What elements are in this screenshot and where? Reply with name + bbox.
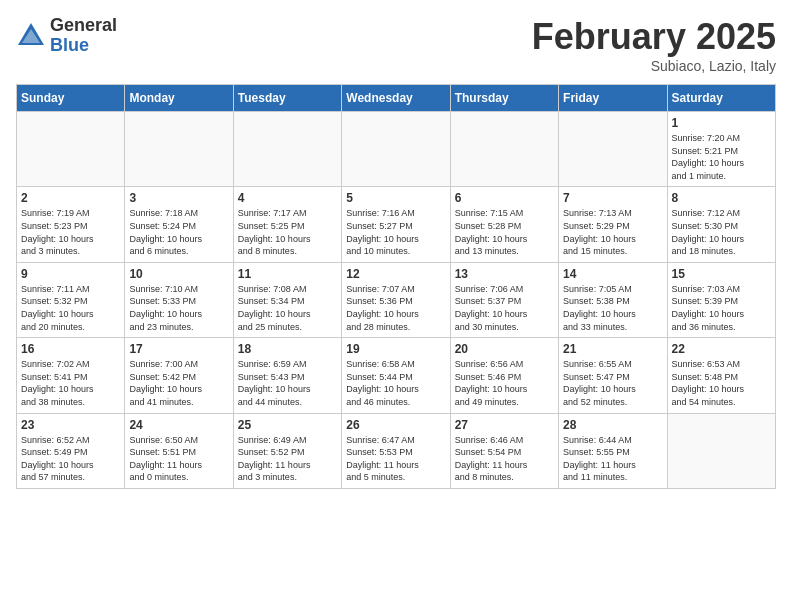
logo: General Blue <box>16 16 117 56</box>
day-info: Sunrise: 6:55 AM Sunset: 5:47 PM Dayligh… <box>563 358 662 408</box>
day-number: 22 <box>672 342 771 356</box>
day-info: Sunrise: 7:05 AM Sunset: 5:38 PM Dayligh… <box>563 283 662 333</box>
calendar-cell: 24Sunrise: 6:50 AM Sunset: 5:51 PM Dayli… <box>125 413 233 488</box>
day-info: Sunrise: 7:18 AM Sunset: 5:24 PM Dayligh… <box>129 207 228 257</box>
calendar-cell: 13Sunrise: 7:06 AM Sunset: 5:37 PM Dayli… <box>450 262 558 337</box>
day-info: Sunrise: 6:46 AM Sunset: 5:54 PM Dayligh… <box>455 434 554 484</box>
calendar-cell: 1Sunrise: 7:20 AM Sunset: 5:21 PM Daylig… <box>667 112 775 187</box>
calendar-week-5: 23Sunrise: 6:52 AM Sunset: 5:49 PM Dayli… <box>17 413 776 488</box>
month-title: February 2025 <box>532 16 776 58</box>
calendar-cell: 17Sunrise: 7:00 AM Sunset: 5:42 PM Dayli… <box>125 338 233 413</box>
day-number: 5 <box>346 191 445 205</box>
location: Subiaco, Lazio, Italy <box>532 58 776 74</box>
day-info: Sunrise: 6:58 AM Sunset: 5:44 PM Dayligh… <box>346 358 445 408</box>
day-number: 28 <box>563 418 662 432</box>
day-number: 27 <box>455 418 554 432</box>
page-header: General Blue February 2025 Subiaco, Lazi… <box>16 16 776 74</box>
day-number: 6 <box>455 191 554 205</box>
day-info: Sunrise: 6:56 AM Sunset: 5:46 PM Dayligh… <box>455 358 554 408</box>
day-info: Sunrise: 7:15 AM Sunset: 5:28 PM Dayligh… <box>455 207 554 257</box>
day-info: Sunrise: 7:17 AM Sunset: 5:25 PM Dayligh… <box>238 207 337 257</box>
calendar-cell: 9Sunrise: 7:11 AM Sunset: 5:32 PM Daylig… <box>17 262 125 337</box>
day-info: Sunrise: 6:47 AM Sunset: 5:53 PM Dayligh… <box>346 434 445 484</box>
calendar-cell: 22Sunrise: 6:53 AM Sunset: 5:48 PM Dayli… <box>667 338 775 413</box>
day-info: Sunrise: 7:10 AM Sunset: 5:33 PM Dayligh… <box>129 283 228 333</box>
day-info: Sunrise: 7:02 AM Sunset: 5:41 PM Dayligh… <box>21 358 120 408</box>
day-number: 20 <box>455 342 554 356</box>
calendar-cell: 25Sunrise: 6:49 AM Sunset: 5:52 PM Dayli… <box>233 413 341 488</box>
day-number: 16 <box>21 342 120 356</box>
calendar-cell <box>233 112 341 187</box>
calendar-table: SundayMondayTuesdayWednesdayThursdayFrid… <box>16 84 776 489</box>
calendar-cell <box>667 413 775 488</box>
day-number: 1 <box>672 116 771 130</box>
calendar-cell: 6Sunrise: 7:15 AM Sunset: 5:28 PM Daylig… <box>450 187 558 262</box>
day-info: Sunrise: 7:00 AM Sunset: 5:42 PM Dayligh… <box>129 358 228 408</box>
day-info: Sunrise: 7:07 AM Sunset: 5:36 PM Dayligh… <box>346 283 445 333</box>
day-number: 25 <box>238 418 337 432</box>
day-info: Sunrise: 6:50 AM Sunset: 5:51 PM Dayligh… <box>129 434 228 484</box>
calendar-cell: 28Sunrise: 6:44 AM Sunset: 5:55 PM Dayli… <box>559 413 667 488</box>
day-number: 14 <box>563 267 662 281</box>
weekday-header-sunday: Sunday <box>17 85 125 112</box>
day-info: Sunrise: 7:13 AM Sunset: 5:29 PM Dayligh… <box>563 207 662 257</box>
logo-icon <box>16 21 46 51</box>
calendar-cell: 16Sunrise: 7:02 AM Sunset: 5:41 PM Dayli… <box>17 338 125 413</box>
day-info: Sunrise: 7:11 AM Sunset: 5:32 PM Dayligh… <box>21 283 120 333</box>
day-info: Sunrise: 6:49 AM Sunset: 5:52 PM Dayligh… <box>238 434 337 484</box>
day-number: 10 <box>129 267 228 281</box>
calendar-cell <box>450 112 558 187</box>
calendar-cell: 21Sunrise: 6:55 AM Sunset: 5:47 PM Dayli… <box>559 338 667 413</box>
title-block: February 2025 Subiaco, Lazio, Italy <box>532 16 776 74</box>
calendar-cell: 5Sunrise: 7:16 AM Sunset: 5:27 PM Daylig… <box>342 187 450 262</box>
day-info: Sunrise: 7:19 AM Sunset: 5:23 PM Dayligh… <box>21 207 120 257</box>
calendar-cell: 23Sunrise: 6:52 AM Sunset: 5:49 PM Dayli… <box>17 413 125 488</box>
day-info: Sunrise: 7:16 AM Sunset: 5:27 PM Dayligh… <box>346 207 445 257</box>
day-number: 7 <box>563 191 662 205</box>
calendar-week-2: 2Sunrise: 7:19 AM Sunset: 5:23 PM Daylig… <box>17 187 776 262</box>
day-number: 24 <box>129 418 228 432</box>
calendar-cell: 8Sunrise: 7:12 AM Sunset: 5:30 PM Daylig… <box>667 187 775 262</box>
calendar-cell <box>17 112 125 187</box>
weekday-header-saturday: Saturday <box>667 85 775 112</box>
calendar-cell: 18Sunrise: 6:59 AM Sunset: 5:43 PM Dayli… <box>233 338 341 413</box>
day-info: Sunrise: 6:59 AM Sunset: 5:43 PM Dayligh… <box>238 358 337 408</box>
calendar-cell: 7Sunrise: 7:13 AM Sunset: 5:29 PM Daylig… <box>559 187 667 262</box>
weekday-header-friday: Friday <box>559 85 667 112</box>
day-info: Sunrise: 6:44 AM Sunset: 5:55 PM Dayligh… <box>563 434 662 484</box>
day-number: 4 <box>238 191 337 205</box>
logo-blue: Blue <box>50 36 117 56</box>
day-number: 11 <box>238 267 337 281</box>
day-info: Sunrise: 7:20 AM Sunset: 5:21 PM Dayligh… <box>672 132 771 182</box>
day-number: 2 <box>21 191 120 205</box>
logo-general: General <box>50 16 117 36</box>
weekday-header-monday: Monday <box>125 85 233 112</box>
day-number: 8 <box>672 191 771 205</box>
calendar-cell: 12Sunrise: 7:07 AM Sunset: 5:36 PM Dayli… <box>342 262 450 337</box>
calendar-cell: 15Sunrise: 7:03 AM Sunset: 5:39 PM Dayli… <box>667 262 775 337</box>
calendar-cell: 11Sunrise: 7:08 AM Sunset: 5:34 PM Dayli… <box>233 262 341 337</box>
weekday-header-tuesday: Tuesday <box>233 85 341 112</box>
day-info: Sunrise: 6:53 AM Sunset: 5:48 PM Dayligh… <box>672 358 771 408</box>
calendar-week-4: 16Sunrise: 7:02 AM Sunset: 5:41 PM Dayli… <box>17 338 776 413</box>
day-info: Sunrise: 6:52 AM Sunset: 5:49 PM Dayligh… <box>21 434 120 484</box>
calendar-cell: 2Sunrise: 7:19 AM Sunset: 5:23 PM Daylig… <box>17 187 125 262</box>
day-number: 17 <box>129 342 228 356</box>
calendar-cell <box>125 112 233 187</box>
day-number: 13 <box>455 267 554 281</box>
calendar-cell: 3Sunrise: 7:18 AM Sunset: 5:24 PM Daylig… <box>125 187 233 262</box>
calendar-cell: 26Sunrise: 6:47 AM Sunset: 5:53 PM Dayli… <box>342 413 450 488</box>
day-info: Sunrise: 7:06 AM Sunset: 5:37 PM Dayligh… <box>455 283 554 333</box>
calendar-cell: 10Sunrise: 7:10 AM Sunset: 5:33 PM Dayli… <box>125 262 233 337</box>
day-info: Sunrise: 7:12 AM Sunset: 5:30 PM Dayligh… <box>672 207 771 257</box>
calendar-cell: 27Sunrise: 6:46 AM Sunset: 5:54 PM Dayli… <box>450 413 558 488</box>
weekday-header-thursday: Thursday <box>450 85 558 112</box>
calendar-cell: 14Sunrise: 7:05 AM Sunset: 5:38 PM Dayli… <box>559 262 667 337</box>
day-info: Sunrise: 7:08 AM Sunset: 5:34 PM Dayligh… <box>238 283 337 333</box>
calendar-week-1: 1Sunrise: 7:20 AM Sunset: 5:21 PM Daylig… <box>17 112 776 187</box>
day-number: 3 <box>129 191 228 205</box>
day-number: 12 <box>346 267 445 281</box>
day-number: 9 <box>21 267 120 281</box>
day-number: 18 <box>238 342 337 356</box>
day-number: 19 <box>346 342 445 356</box>
